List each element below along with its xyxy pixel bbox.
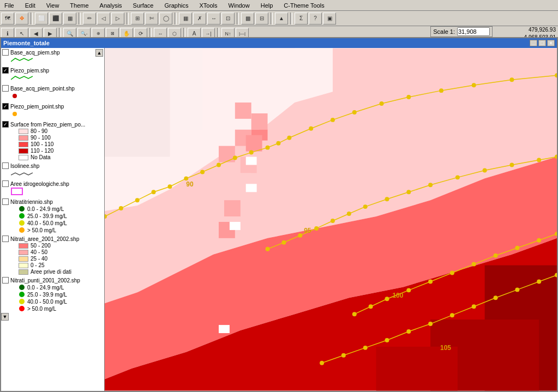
symbol-aree-idro	[11, 188, 23, 195]
scroll-up-button[interactable]: ▲	[95, 49, 103, 57]
tb-edit[interactable]: ▦	[179, 13, 192, 25]
checkbox-base-point[interactable]	[2, 85, 9, 92]
scale-input[interactable]	[457, 27, 490, 36]
menu-help[interactable]: Help	[257, 1, 277, 10]
tb-delete[interactable]: ✗	[193, 13, 206, 25]
contour-label-105: 105	[440, 344, 451, 352]
svg-point-6	[19, 227, 25, 233]
svg-point-7	[19, 285, 25, 290]
svg-point-5	[19, 220, 25, 226]
checkbox-piezo-point[interactable]: ✓	[2, 103, 9, 110]
checkbox-nitrati-punti[interactable]	[2, 277, 9, 284]
label-90-100: 90 - 100	[31, 135, 51, 141]
layer-name-nitrati-triennio: Nitratitriennio.shp	[10, 199, 53, 205]
tb-mountain[interactable]: ▲	[275, 13, 288, 25]
na-item-0: 50 - 200	[19, 243, 103, 249]
surface-item-3: 110 - 120	[19, 148, 103, 154]
tb-arrow[interactable]: ◁	[97, 13, 110, 25]
checkbox-nitrati-aree[interactable]	[2, 236, 9, 242]
menu-theme[interactable]: Theme	[67, 1, 92, 10]
menu-analysis[interactable]: Analysis	[97, 1, 125, 10]
tb-polygon[interactable]: ▦	[63, 13, 76, 25]
minimize-button[interactable]: _	[530, 40, 537, 46]
checkbox-isolinee[interactable]	[2, 162, 9, 169]
checkbox-piezo-piem[interactable]: ✓	[2, 67, 9, 74]
tb-circle[interactable]: ◯	[159, 13, 172, 25]
svg-point-74	[369, 304, 373, 309]
nt-item-0: 0.0 - 24.9 mg/L	[19, 206, 103, 212]
tb-new[interactable]: 🗺	[1, 13, 14, 25]
tb-select[interactable]: ⬛	[49, 13, 62, 25]
svg-point-90	[450, 313, 454, 317]
tb-grid2[interactable]: ⊟	[255, 13, 268, 25]
scale-bar: Scale 1:	[430, 26, 493, 37]
label-80-90: 80 - 90	[31, 128, 47, 134]
layer-isolinee: Isolinee.shp	[2, 162, 103, 178]
scale-label: Scale 1:	[433, 28, 455, 35]
maximize-button[interactable]: □	[538, 40, 546, 46]
symbol-base-point	[11, 92, 19, 100]
svg-point-58	[266, 247, 270, 251]
svg-point-69	[483, 168, 487, 172]
svg-point-75	[385, 297, 389, 301]
menu-xtools[interactable]: XTools	[196, 1, 221, 10]
checkbox-base-acq[interactable]	[2, 49, 9, 56]
surface-legend-items: 80 - 90 90 - 100 100 - 110 110 - 120	[19, 128, 103, 160]
tb-resize[interactable]: ↔	[207, 13, 220, 25]
svg-point-1	[13, 112, 17, 116]
svg-rect-30	[246, 184, 257, 192]
layer-nitrati-aree: Nitrati_aree_2001_2002.shp 50 - 200 40 -…	[2, 236, 103, 275]
swatch-110-120	[19, 148, 28, 154]
tb-draw[interactable]: ✏	[83, 13, 96, 25]
symbol-base-acq	[11, 56, 33, 64]
close-button[interactable]: ×	[547, 40, 555, 46]
nt-label-0: 0.0 - 24.9 mg/L	[27, 206, 64, 212]
layer-base-point: Base_acq_piem_point.shp	[2, 85, 103, 101]
menu-graphics[interactable]: Graphics	[161, 1, 192, 10]
tb-move[interactable]: ⊡	[221, 13, 235, 25]
checkbox-aree-idro[interactable]	[2, 180, 9, 187]
na-swatch-3	[19, 263, 28, 268]
surface-item-1: 90 - 100	[19, 135, 103, 141]
tb-sep-7	[290, 13, 292, 25]
contour-label-95: 95	[304, 227, 311, 234]
tb-cross[interactable]: ✄	[145, 13, 158, 25]
checkbox-nitrati-triennio[interactable]	[2, 198, 9, 205]
svg-point-91	[472, 304, 476, 309]
tb-save[interactable]: ⬜	[35, 13, 48, 25]
svg-point-85	[341, 353, 346, 358]
tb-query[interactable]: ?	[309, 13, 322, 25]
legend-panel: ▲ Base_acq_piem.shp ✓ Piezo_piem.shp	[1, 48, 105, 391]
menu-surface[interactable]: Surface	[130, 1, 157, 10]
tb-arrow2[interactable]: ▷	[111, 13, 124, 25]
layer-nitrati-punti: Nitrati_punti_2001_2002.shp 0.0 - 24.9 m…	[2, 277, 103, 312]
tb-open[interactable]: ✥	[15, 13, 28, 25]
toolbar-row-1: 🗺 ✥ ⬜ ⬛ ▦ ✏ ◁ ▷ ⊞ ✄ ◯ ▦ ✗ ↔ ⊡ ▩ ⊟ ▲ Σ ? …	[0, 11, 558, 26]
checkbox-surface[interactable]: ✓	[2, 121, 9, 128]
menu-edit[interactable]: Edit	[22, 1, 39, 10]
tb-sep-3	[127, 13, 129, 25]
tb-sigma[interactable]: Σ	[295, 13, 308, 25]
menu-window[interactable]: Window	[225, 1, 253, 10]
map-area[interactable]: 90 95 100 105	[105, 48, 557, 391]
svg-point-53	[406, 95, 411, 99]
svg-point-3	[19, 206, 25, 212]
scroll-down-button[interactable]: ▼	[1, 313, 9, 321]
tb-raster[interactable]: ▩	[241, 13, 254, 25]
symbol-piezo-point	[11, 110, 19, 118]
menu-file[interactable]: File	[1, 1, 17, 10]
tb-layout[interactable]: ▣	[323, 13, 336, 25]
menu-ctheme[interactable]: C-Theme Tools	[280, 1, 327, 10]
nitrati-aree-items: 50 - 200 40 - 50 25 - 40 0 - 25	[19, 243, 103, 275]
menu-bar: File Edit View Theme Analysis Surface Gr…	[0, 0, 558, 11]
menu-view[interactable]: View	[43, 1, 63, 10]
tb-grid[interactable]: ⊞	[131, 13, 144, 25]
np-item-0: 0.0 - 24.9 mg/L	[19, 284, 103, 291]
svg-point-64	[363, 204, 368, 209]
layer-nitrati-triennio: Nitratitriennio.shp 0.0 - 24.9 mg/L 25.0…	[2, 198, 103, 233]
svg-point-56	[509, 77, 514, 82]
svg-point-47	[276, 141, 280, 146]
tb-sep-5	[237, 13, 239, 25]
nt-item-3: > 50.0 mg/L	[19, 227, 103, 233]
na-label-1: 40 - 50	[31, 249, 47, 255]
